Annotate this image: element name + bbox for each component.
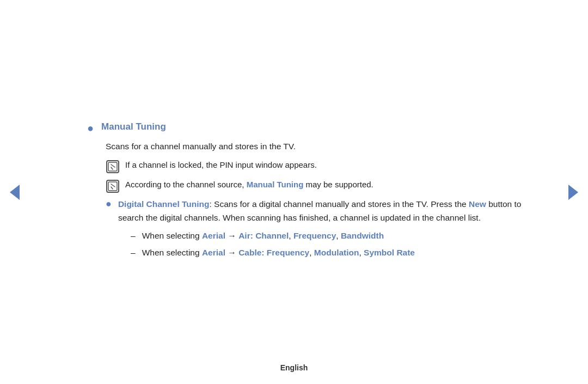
- main-bullet-dot: ●: [87, 122, 94, 135]
- sub-bullet-container: ● Digital Channel Tuning: Scans for a di…: [106, 198, 523, 259]
- svg-line-3: [111, 167, 113, 169]
- note2-suffix: may be supported.: [303, 180, 373, 189]
- dash2-cable-frequency: Cable: Frequency: [238, 248, 309, 257]
- dash1-comma1: ,: [289, 231, 293, 240]
- dash-2: –: [131, 246, 136, 260]
- nav-arrow-right[interactable]: [568, 185, 578, 200]
- dash2-comma1: ,: [309, 248, 314, 257]
- main-description: Scans for a channel manually and stores …: [106, 140, 523, 154]
- dash2-text: When selecting Aerial → Cable: Frequency…: [142, 246, 415, 260]
- dash2-symbol-rate: Symbol Rate: [364, 248, 415, 257]
- footer-label: English: [280, 363, 308, 372]
- svg-line-7: [111, 187, 113, 189]
- note-icon-2: [106, 179, 120, 193]
- svg-line-6: [111, 184, 115, 187]
- sub-bullet-digital-text: Digital Channel Tuning: Scans for a digi…: [118, 198, 523, 225]
- dash1-aerial: Aerial: [202, 231, 225, 240]
- note-icon-1: [106, 160, 120, 174]
- nav-arrow-left[interactable]: [10, 185, 20, 200]
- dash2-aerial: Aerial: [202, 248, 225, 257]
- dash1-air-channel: Air: Channel: [238, 231, 289, 240]
- dash1-text: When selecting Aerial → Air: Channel, Fr…: [142, 229, 384, 243]
- sub-bullet-colon: : Scans for a digital channel manually a…: [210, 199, 469, 209]
- sub-bullet-digital: ● Digital Channel Tuning: Scans for a di…: [106, 198, 523, 225]
- sub-sub-bullet-container: – When selecting Aerial → Air: Channel, …: [131, 229, 523, 260]
- dash1-arrow: →: [225, 231, 238, 240]
- note-block-1: If a channel is locked, the PIN input wi…: [106, 159, 523, 174]
- dash2-prefix: When selecting: [142, 248, 202, 257]
- note-block-2: According to the channel source, Manual …: [106, 178, 523, 193]
- note-text-2: According to the channel source, Manual …: [125, 178, 373, 191]
- dash-1: –: [131, 229, 136, 243]
- dash-bullet-2: – When selecting Aerial → Cable: Frequen…: [131, 246, 523, 260]
- footer: English: [0, 363, 588, 372]
- dash2-arrow: →: [225, 248, 238, 257]
- dash2-comma2: ,: [359, 248, 364, 257]
- note-text-1: If a channel is locked, the PIN input wi…: [125, 159, 317, 172]
- dash1-bandwidth: Bandwidth: [341, 231, 384, 240]
- main-bullet-manual-tuning: ● Manual Tuning: [87, 121, 523, 135]
- main-title: Manual Tuning: [101, 121, 166, 132]
- svg-line-2: [111, 164, 115, 167]
- dash-bullet-1: – When selecting Aerial → Air: Channel, …: [131, 229, 523, 243]
- note2-link: Manual Tuning: [247, 180, 304, 189]
- dash1-frequency: Frequency: [293, 231, 336, 240]
- sub-bullet-dot: ●: [106, 198, 112, 210]
- note2-prefix: According to the channel source,: [125, 180, 247, 189]
- page-container: ● Manual Tuning Scans for a channel manu…: [0, 0, 588, 384]
- content-area: ● Manual Tuning Scans for a channel manu…: [54, 100, 534, 285]
- new-label: New: [469, 199, 486, 209]
- dash1-prefix: When selecting: [142, 231, 202, 240]
- dash1-comma2: ,: [336, 231, 341, 240]
- dash2-modulation: Modulation: [314, 248, 359, 257]
- digital-channel-tuning-label: Digital Channel Tuning: [118, 199, 210, 209]
